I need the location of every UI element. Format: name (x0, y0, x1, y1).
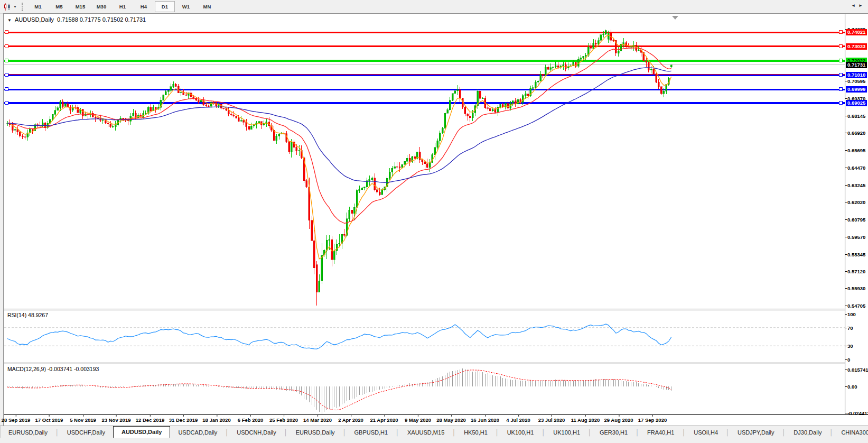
price-tick: 0.60795 (847, 217, 865, 223)
tab-separator: │ (55, 428, 59, 438)
tab-china300-h1[interactable]: CHINA300,H1 (833, 428, 868, 438)
price-tick: 0.70595 (847, 78, 865, 84)
line-handle[interactable] (5, 31, 8, 34)
line-handle[interactable] (839, 73, 842, 77)
main-price-panel[interactable] (4, 14, 845, 309)
date-label: 14 Mar 2020 (303, 417, 332, 423)
hline-0.69999[interactable] (4, 88, 845, 91)
date-label: 28 May 2020 (436, 417, 465, 423)
macd-indicator-label: MACD(12,26,9) -0.003741 -0.003193 (7, 366, 99, 372)
tab-scroll-right-arrow[interactable]: ► (858, 3, 866, 8)
macd-panel[interactable] (4, 364, 845, 414)
rsi-tick: 0 (847, 357, 850, 363)
rsi-panel[interactable] (4, 310, 845, 363)
tab-hk50-h1[interactable]: HK50,H1 (456, 428, 496, 438)
tab-usoil-h4[interactable]: USOil,H4 (686, 428, 726, 438)
hline-0.74021[interactable] (4, 31, 845, 34)
date-label: 6 Feb 2020 (238, 417, 264, 423)
date-label: 23 Jul 2020 (538, 417, 565, 423)
timeframe-button-H1[interactable]: H1 (113, 1, 133, 12)
timeframe-button-M1[interactable]: M1 (28, 1, 48, 12)
timeframe-button-M15[interactable]: M15 (70, 1, 90, 12)
tab-ger30-h1[interactable]: GER30,H1 (592, 428, 636, 438)
tab-eurusd-daily[interactable]: EURUSD,Daily (288, 428, 343, 438)
price-axis[interactable]: 0.742700.705950.693700.681450.669200.656… (845, 14, 868, 414)
hline-0.69025[interactable] (4, 101, 845, 105)
collapse-caret-icon: ▼ (7, 18, 12, 23)
date-label: 18 Jan 2020 (202, 417, 230, 423)
date-label: 17 Sep 2020 (638, 417, 667, 423)
price-tick: 0.66920 (847, 130, 865, 136)
toolbar-grip[interactable] (22, 3, 23, 11)
moving-average-60 (7, 68, 671, 182)
timeframe-button-MN[interactable]: MN (197, 1, 217, 12)
line-handle[interactable] (839, 59, 842, 62)
timeframe-button-W1[interactable]: W1 (176, 1, 196, 12)
chart-type-icon[interactable] (2, 2, 13, 12)
tab-scroll-arrows: ◄► (851, 3, 866, 8)
tab-usdcad-daily[interactable]: USDCAD,Daily (170, 428, 225, 438)
price-tick: 0.58345 (847, 252, 865, 257)
line-handle[interactable] (839, 31, 842, 34)
hline-0.73033[interactable] (4, 44, 845, 48)
main-chart-canvas[interactable] (4, 14, 845, 309)
date-label: 31 Dec 2019 (169, 417, 198, 423)
tab-separator: │ (343, 428, 347, 438)
tab-xauusd-m15[interactable]: XAUUSD,M15 (399, 428, 452, 438)
tab-usdcnh-daily[interactable]: USDCNH,Daily (229, 428, 284, 438)
hline-0.7101[interactable] (4, 73, 845, 77)
line-handle[interactable] (5, 88, 8, 91)
tab-fra40-h1[interactable]: FRA40,H1 (639, 428, 682, 438)
chart-type-dropdown-caret[interactable]: ▼ (13, 5, 17, 8)
price-tick: 0.54705 (847, 303, 865, 309)
tab-separator: │ (682, 428, 686, 438)
timeframe-button-M5[interactable]: M5 (49, 1, 69, 12)
tab-uk100-h1[interactable]: UK100,H1 (545, 428, 588, 438)
price-line-label: 0.71010 (846, 72, 867, 78)
tab-separator: │ (225, 428, 229, 438)
hline-0.72022[interactable] (4, 59, 845, 62)
macd-canvas[interactable] (4, 364, 845, 414)
line-handle[interactable] (5, 73, 8, 77)
line-handle[interactable] (5, 59, 8, 62)
chart-title: ▼AUDUSD,Daily 0.71588 0.71775 0.71502 0.… (7, 16, 146, 23)
line-handle[interactable] (5, 101, 8, 105)
tab-eurusd-daily[interactable]: EURUSD,Daily (1, 428, 55, 438)
tab-gbpusd-h1[interactable]: GBPUSD,H1 (347, 428, 396, 438)
date-label: 17 Oct 2019 (35, 417, 63, 423)
tab-dj30-daily[interactable]: DJ30,Daily (786, 428, 829, 438)
mt4-window: ▼ M1M5M15M30H1H4D1W1MN ▼AUDUSD,Daily 0.7… (0, 0, 868, 443)
tab-audusd-daily[interactable]: AUDUSD,Daily (113, 426, 170, 438)
date-label: 29 Aug 2020 (604, 417, 633, 423)
rsi-canvas[interactable] (4, 310, 845, 363)
rsi-tick: 100 (847, 311, 856, 317)
line-handle[interactable] (839, 88, 842, 91)
timeframe-button-H4[interactable]: H4 (134, 1, 154, 12)
tab-separator: │ (496, 428, 499, 438)
price-line-label: 0.71731 (846, 62, 867, 68)
tab-usdchf-daily[interactable]: USDCHF,Daily (59, 428, 113, 438)
tab-separator: │ (726, 428, 730, 438)
price-tick: 0.59570 (847, 234, 865, 240)
macd-tick: 0.015741 (847, 367, 868, 373)
timeframe-button-M30[interactable]: M30 (91, 1, 111, 12)
macd-tick: 0.00 (847, 384, 857, 390)
line-handle[interactable] (839, 44, 842, 48)
tab-separator: │ (542, 428, 545, 438)
time-axis[interactable]: 28 Sep 201917 Oct 20195 Nov 201923 Nov 2… (4, 414, 868, 426)
line-handle[interactable] (5, 44, 8, 48)
timeframe-buttons: M1M5M15M30H1H4D1W1MN (27, 1, 218, 12)
rsi-indicator-label: RSI(14) 48.9267 (7, 312, 48, 318)
date-label: 2 Apr 2020 (338, 417, 363, 423)
date-label: 23 Nov 2019 (102, 417, 131, 423)
moving-average-5 (7, 35, 671, 259)
timeframe-button-D1[interactable]: D1 (155, 1, 175, 12)
tab-uk100-h1[interactable]: UK100,H1 (499, 428, 542, 438)
date-label: 11 Aug 2020 (571, 417, 600, 423)
tab-separator: │ (396, 428, 399, 438)
tab-scroll-left-arrow[interactable]: ◄ (851, 3, 858, 8)
tab-usdjpy-daily[interactable]: USDJPY,Daily (730, 428, 782, 438)
line-handle[interactable] (839, 101, 842, 105)
chart-shift-marker-icon[interactable] (672, 16, 678, 20)
price-line-label: 0.69025 (846, 100, 867, 106)
